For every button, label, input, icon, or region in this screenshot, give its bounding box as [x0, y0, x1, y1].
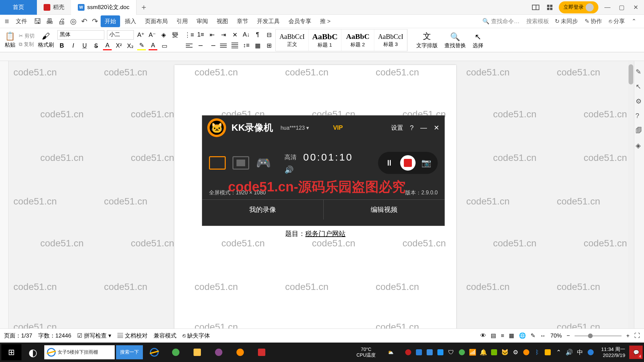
- print-preview-icon[interactable]: 🖨: [56, 17, 67, 26]
- tray-chevron-up-icon[interactable]: ⌃: [555, 349, 562, 356]
- cortana-icon[interactable]: ◐: [23, 344, 43, 360]
- tray-bluetooth-icon[interactable]: ᛒ: [533, 349, 541, 356]
- highlight-button[interactable]: ✎: [137, 42, 146, 50]
- tray-icon[interactable]: 🐱: [501, 349, 508, 356]
- indent-right-icon[interactable]: ⇥: [219, 31, 228, 39]
- decrease-font-icon[interactable]: A⁻: [148, 31, 157, 39]
- doc-proof[interactable]: ▤ 文档校对: [117, 332, 148, 340]
- taskbar-browser2[interactable]: [166, 344, 186, 360]
- fit-width-icon[interactable]: ↔: [540, 333, 546, 339]
- align-right-icon[interactable]: [208, 41, 216, 50]
- preview-icon[interactable]: ◎: [68, 17, 78, 26]
- recorder-minimize-button[interactable]: —: [420, 124, 427, 132]
- minimize-button[interactable]: —: [602, 2, 612, 12]
- menu-more[interactable]: 推 >: [316, 15, 335, 27]
- location-icon[interactable]: ◈: [636, 141, 643, 149]
- menu-chapter[interactable]: 章节: [233, 15, 252, 27]
- taskbar-ie[interactable]: [144, 344, 164, 360]
- search-button[interactable]: 搜索一下: [116, 345, 143, 359]
- mode-region-button[interactable]: [232, 156, 249, 170]
- bold-button[interactable]: B: [57, 42, 66, 50]
- menu-insert[interactable]: 插入: [121, 15, 140, 27]
- zoom-out-button[interactable]: −: [567, 333, 570, 339]
- notification-button[interactable]: 💬4: [629, 346, 643, 359]
- menu-start[interactable]: 开始: [101, 15, 120, 27]
- menu-devtools[interactable]: 开发工具: [253, 15, 284, 27]
- char-border-button[interactable]: ▭: [160, 42, 169, 50]
- find-replace-button[interactable]: 🔍 查找替换: [444, 32, 466, 49]
- quality-label[interactable]: 高清: [284, 153, 297, 161]
- login-button[interactable]: 立即登录: [559, 1, 598, 13]
- translate-icon[interactable]: 🗐: [636, 127, 643, 134]
- pen-icon[interactable]: ✎: [636, 68, 643, 75]
- ruler-vertical[interactable]: [0, 61, 9, 328]
- recorder-close-button[interactable]: ✕: [434, 124, 439, 132]
- show-marks-icon[interactable]: ¶: [253, 31, 262, 39]
- stop-record-button[interactable]: [400, 155, 416, 171]
- phonetic-icon[interactable]: 變: [171, 31, 179, 39]
- zoom-slider[interactable]: [575, 335, 622, 337]
- print-icon[interactable]: 🖶: [44, 17, 55, 26]
- fullscreen-icon[interactable]: ⛶: [634, 333, 640, 339]
- strike-button[interactable]: S̶: [92, 42, 100, 50]
- subscript-button[interactable]: X₂: [126, 42, 135, 50]
- app-grid-icon[interactable]: [545, 2, 555, 12]
- tray-nvidia-icon[interactable]: [490, 349, 498, 356]
- pause-button[interactable]: ⏸: [383, 157, 395, 169]
- copy-button[interactable]: ⧉ 复制: [19, 41, 35, 48]
- align-left-icon[interactable]: [185, 41, 194, 50]
- web-view-icon[interactable]: 🌐: [519, 332, 526, 339]
- new-tab-button[interactable]: +: [137, 3, 151, 12]
- size-select[interactable]: 小二: [107, 30, 134, 40]
- tray-icon[interactable]: [426, 349, 433, 356]
- tray-icon[interactable]: [587, 349, 594, 356]
- hamburger-icon[interactable]: ≡: [3, 17, 11, 26]
- tab-document[interactable]: W ssm820论文.doc: [71, 0, 137, 15]
- recorder-titlebar[interactable]: 🐱 KK录像机 hua***123 ▾ VIP 设置 ? — ✕: [202, 116, 444, 140]
- search-command[interactable]: 🔍 查找命令…: [482, 17, 520, 25]
- screenshot-button[interactable]: 📷: [420, 157, 432, 169]
- collab-button[interactable]: ✎ 协作: [585, 17, 602, 25]
- undo-icon[interactable]: ↶: [79, 17, 89, 26]
- border-icon[interactable]: ⊞: [265, 41, 273, 50]
- style-h3[interactable]: AaBbCcI 标题 3: [374, 29, 407, 51]
- menu-view[interactable]: 视图: [213, 15, 232, 27]
- superscript-button[interactable]: X²: [114, 42, 123, 50]
- menu-review[interactable]: 审阅: [193, 15, 212, 27]
- indent-left-icon[interactable]: ⇤: [208, 31, 216, 39]
- format-painter[interactable]: 🖌 格式刷: [37, 32, 55, 49]
- taskbar-wps[interactable]: [252, 344, 272, 360]
- redo-icon[interactable]: ↷: [90, 17, 100, 26]
- mode-fullscreen-button[interactable]: [209, 156, 226, 170]
- weather-icon[interactable]: ⛅: [380, 344, 400, 360]
- collapse-ribbon-icon[interactable]: ⌃: [632, 18, 636, 25]
- reading-view-icon[interactable]: ▦: [509, 332, 514, 339]
- sort-icon[interactable]: A↓: [242, 31, 251, 39]
- settings-icon[interactable]: ⚙: [636, 97, 643, 105]
- line-spacing-icon[interactable]: ↕≡: [242, 41, 251, 50]
- page-view-icon[interactable]: ▤: [491, 332, 496, 339]
- style-body[interactable]: AaBbCcI 正文: [276, 29, 309, 51]
- shading-icon[interactable]: ▦: [253, 41, 262, 50]
- missing-font[interactable]: ⎋ 缺失字体: [182, 332, 210, 340]
- tray-icon[interactable]: [544, 349, 551, 356]
- tab-docshell[interactable]: 稻壳: [37, 0, 71, 15]
- menu-ref[interactable]: 引用: [172, 15, 192, 27]
- number-list-icon[interactable]: 1≡: [196, 31, 205, 39]
- recorder-settings-button[interactable]: 设置: [391, 124, 403, 132]
- maximize-button[interactable]: ▢: [616, 2, 627, 12]
- tray-icon[interactable]: [458, 349, 466, 356]
- tray-bell-icon[interactable]: 🔔: [480, 349, 487, 356]
- spell-check[interactable]: ☑ 拼写检查 ▾: [77, 332, 111, 340]
- zoom-level[interactable]: 70%: [550, 333, 562, 339]
- align-center-icon[interactable]: [196, 41, 205, 50]
- font-color2-button[interactable]: A: [149, 42, 157, 50]
- tray-volume-icon[interactable]: 🔊: [566, 349, 573, 356]
- increase-font-icon[interactable]: A⁺: [137, 31, 145, 39]
- split-view-icon[interactable]: [531, 2, 541, 12]
- tray-wifi-icon[interactable]: 📶: [469, 349, 476, 356]
- volume-icon[interactable]: 🔊: [284, 166, 353, 174]
- menu-file[interactable]: 文件: [12, 15, 31, 27]
- taskbar-kk-recorder[interactable]: [230, 344, 250, 360]
- cut-button[interactable]: ✂ 剪切: [19, 33, 35, 39]
